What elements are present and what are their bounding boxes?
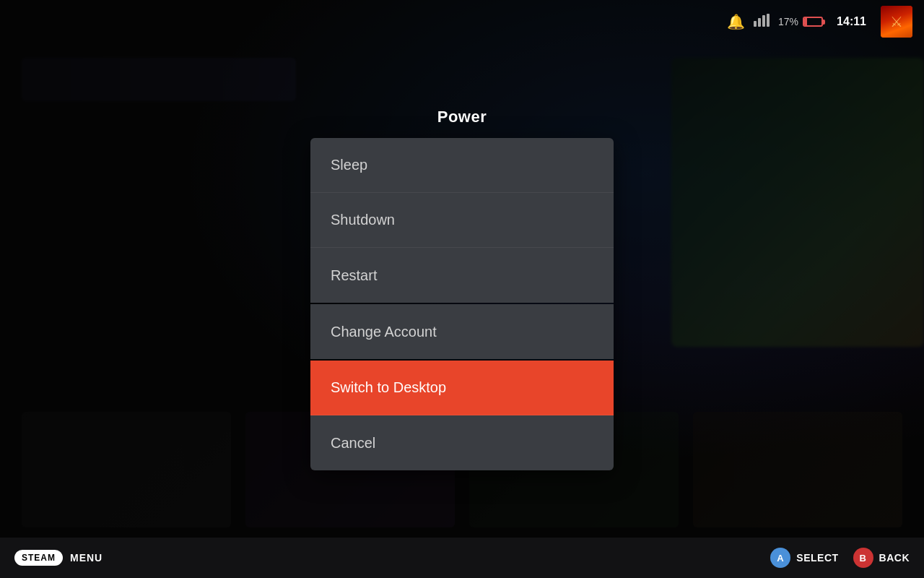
power-modal: Power Sleep Shutdown Restart Change Acco… (0, 0, 924, 578)
menu-group-account: Change Account (310, 304, 614, 359)
modal-title: Power (437, 108, 487, 126)
power-menu: Sleep Shutdown Restart Change Account Sw… (310, 138, 614, 470)
sleep-button[interactable]: Sleep (310, 138, 614, 193)
switch-to-desktop-button[interactable]: Switch to Desktop (310, 361, 614, 415)
cancel-button[interactable]: Cancel (310, 415, 614, 470)
menu-group-desktop: Switch to Desktop Cancel (310, 361, 614, 470)
restart-button[interactable]: Restart (310, 248, 614, 303)
menu-group-power: Sleep Shutdown Restart (310, 138, 614, 303)
shutdown-button[interactable]: Shutdown (310, 193, 614, 248)
change-account-button[interactable]: Change Account (310, 304, 614, 359)
